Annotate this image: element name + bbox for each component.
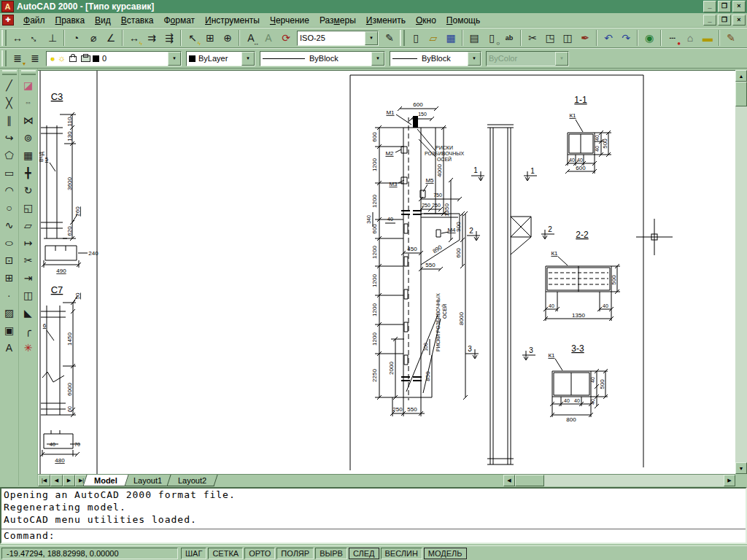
mdi-minimize-button[interactable]: _ [703,15,716,26]
construction-line-button[interactable]: ╳ [1,94,18,112]
menu-item-0[interactable]: Файл [18,14,50,27]
erase-button[interactable]: ◪ [20,77,37,94]
command-window[interactable]: Opening an AutoCAD 2000 format file.Rege… [0,487,747,544]
layer-freeze-sun-icon[interactable]: ☼ [58,53,66,63]
toggle-snap[interactable]: ШАГ [181,548,206,559]
insert-block-button[interactable]: ⊡ [1,252,18,269]
restore-button[interactable]: ❐ [718,1,731,12]
toolbar-grip[interactable] [2,70,17,75]
spline-button[interactable]: ∿ [1,217,18,234]
dimension-update-button[interactable]: ⟳ [277,29,295,47]
layer-combo[interactable]: ● ☼ 0 ▼ [46,51,182,66]
menu-item-8[interactable]: Изменить [361,14,411,27]
toggle-grid[interactable]: СЕТКА [208,548,243,559]
lengthen-button[interactable]: ↦ [20,234,37,252]
chevron-down-icon[interactable]: ▼ [168,52,181,66]
paste-button[interactable]: ◫ [559,29,576,47]
quick-dimension-button[interactable]: ↔ϟ [125,29,143,47]
next-tab-button[interactable]: ▶ [63,475,75,486]
redo-button[interactable]: ↷ [617,29,635,47]
scroll-left-icon[interactable]: ◀ [503,475,515,486]
linetype-combo[interactable]: ByBlock ▼ [260,51,385,66]
break-button[interactable]: ◫ [20,287,37,304]
arc-button[interactable]: ◠ [1,182,18,199]
menu-item-6[interactable]: Черчение [265,14,314,27]
toolbar-grip[interactable] [400,30,405,46]
toggle-polar[interactable]: ПОЛЯР [276,548,314,559]
toggle-lwt[interactable]: ВЕСЛИН [381,548,422,559]
chevron-down-icon[interactable]: ▼ [371,52,384,66]
toolbar-grip[interactable] [1,50,7,66]
toolbar-grip[interactable] [1,30,7,46]
toggle-otrack[interactable]: СЛЕД [349,548,379,559]
open-file-button[interactable]: ▱ [425,29,442,47]
stretch-button[interactable]: ▱ [20,217,37,234]
document-icon[interactable]: ✚ [2,15,14,26]
line-button[interactable]: ╱ [1,77,18,94]
new-file-button[interactable]: ▯ [407,29,425,47]
offset-button[interactable]: ⊚ [20,129,37,147]
chevron-down-icon[interactable]: ▼ [468,52,481,66]
center-mark-button[interactable]: ⊕ [219,29,236,47]
distance-button[interactable]: ▬ [699,29,716,47]
menu-item-2[interactable]: Вид [90,14,116,27]
layers-button[interactable]: ≣ [26,50,44,67]
layer-plot-printer-icon[interactable] [81,55,90,62]
tab-layout2[interactable]: Layout2 [166,475,217,486]
chamfer-button[interactable]: ◣ [20,304,37,322]
region-button[interactable]: ▣ [1,322,18,339]
array-button[interactable]: ▦ [20,147,37,164]
layer-lock-icon[interactable] [69,56,77,62]
make-object-layer-current-button[interactable]: ≣▾ [9,50,26,67]
sketch-button[interactable]: ✎ [722,29,740,47]
explode-button[interactable]: ✳ [20,339,37,357]
cut-button[interactable]: ✂ [524,29,541,47]
undo-button[interactable]: ↶ [600,29,617,47]
menu-item-5[interactable]: Инструменты [200,14,265,27]
horizontal-scrollbar[interactable]: ◀ ▶ [503,475,735,486]
polyline-button[interactable]: ↪ [1,129,18,147]
tab-model[interactable]: Model [82,475,128,486]
chevron-down-icon[interactable]: ▼ [241,52,255,66]
print-button[interactable]: ▤ [465,29,483,47]
scroll-down-icon[interactable]: ▼ [735,462,747,474]
polygon-button[interactable]: ⬠ [1,147,18,164]
dimension-text-edit-button[interactable]: A [260,29,277,47]
circle-button[interactable]: ○ [1,199,18,217]
close-button[interactable]: × [732,1,746,12]
diameter-dimension-button[interactable]: ⌀ [85,29,102,47]
toolbar-grip[interactable] [21,70,36,75]
menu-item-1[interactable]: Правка [50,14,90,27]
designcenter-button[interactable]: ⌂ [681,29,699,47]
vertical-scrollbar[interactable]: ▲ ▼ [735,70,747,474]
fillet-button[interactable]: ╭ [20,322,37,339]
rotate-button[interactable]: ↻ [20,182,37,199]
dim-style-combo[interactable]: ISO-25 ▼ [297,31,379,46]
make-block-button[interactable]: ⊞ [1,269,18,287]
mdi-restore-button[interactable]: ❐ [718,15,731,26]
dimension-edit-button[interactable]: A↔ [242,29,260,47]
mdi-close-button[interactable]: × [732,15,746,26]
menu-item-9[interactable]: Окно [411,14,441,27]
ordinate-dimension-button[interactable]: ⊥ [44,29,61,47]
vertical-scroll-thumb[interactable] [735,82,747,106]
multiline-button[interactable]: ∥ [1,112,18,129]
minimize-button[interactable]: _ [703,1,716,12]
scroll-right-icon[interactable]: ▶ [724,475,735,486]
chevron-down-icon[interactable]: ▼ [365,31,378,45]
quick-leader-button[interactable]: ↖ϟ [184,29,201,47]
menu-item-4[interactable]: Формат [158,14,200,27]
tolerance-button[interactable]: ⊞ [201,29,219,47]
prev-tab-button[interactable]: ◀ [50,475,63,486]
text-button[interactable]: A [1,339,18,357]
tracking-button[interactable]: ┄● [664,29,681,47]
menu-item-3[interactable]: Вставка [116,14,159,27]
point-button[interactable]: ∙ [1,287,18,304]
move-button[interactable]: ╋ [20,164,37,182]
trim-button[interactable]: ✂ [20,252,37,269]
angular-dimension-button[interactable]: ∠ [102,29,120,47]
radius-dimension-button[interactable]: ◔ [67,29,85,47]
scroll-up-icon[interactable]: ▲ [735,70,747,82]
mirror-button[interactable]: ⋈ [20,112,37,129]
baseline-dimension-button[interactable]: ⇉ [143,29,160,47]
